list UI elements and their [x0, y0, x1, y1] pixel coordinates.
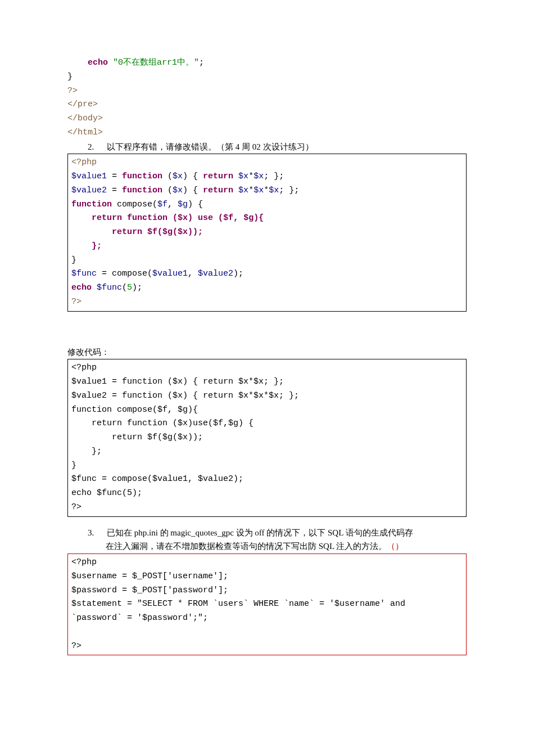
- html-tag: </pre>: [67, 100, 98, 109]
- code-line: $statement = "SELECT * FROM `users` WHER…: [71, 599, 405, 609]
- label-fixed-code: 修改代码：: [67, 345, 467, 359]
- code-line: return function ($x)use($f,$g) {: [71, 418, 254, 428]
- php-close: ?>: [67, 86, 78, 96]
- code-line: function compose($f, $g) {: [71, 200, 203, 209]
- code-line: }: [71, 255, 76, 265]
- html-tag: </html>: [67, 128, 103, 137]
- code-line: echo $func(5);: [71, 283, 142, 292]
- string: "0不在数组arr1中。": [113, 58, 199, 68]
- code-line: $value2 = function ($x) { return $x*$x*$…: [71, 186, 299, 195]
- code-line: $password = $_POST['password'];: [71, 586, 228, 595]
- code-line: };: [71, 447, 102, 456]
- question-2: 2.以下程序有错，请修改错误。（第 4 周 02 次设计练习）: [67, 140, 467, 154]
- code-box-4: <?php $username = $_POST['username']; $p…: [67, 554, 467, 655]
- question-text: 以下程序有错，请修改错误。（第 4 周 02 次设计练习）: [107, 142, 314, 151]
- code-line: echo "0不在数组arr1中。";: [67, 58, 204, 68]
- code-line: echo $func(5);: [71, 488, 142, 498]
- code-line: return function ($x) use ($f, $g){: [71, 213, 264, 223]
- code-line: <?php: [71, 557, 97, 567]
- question-text-line2: 在注入漏洞，请在不增加数据检查等语句的情况下写出防 SQL 注入的方法。: [106, 542, 387, 551]
- code-line: return $f($g($x));: [71, 433, 203, 442]
- code-line: }: [67, 72, 73, 82]
- code-line: $value1 = function ($x) { return $x*$x; …: [71, 377, 284, 386]
- code-line: $func = compose($value1, $value2);: [71, 269, 243, 278]
- php-close: ?>: [71, 297, 82, 307]
- document-page: echo "0不在数组arr1中。"; } ?> </pre> </body> …: [0, 0, 534, 689]
- code-line: $func = compose($value1, $value2);: [71, 474, 243, 484]
- code-line: $username = $_POST['username'];: [71, 572, 228, 581]
- code-line: ?>: [71, 641, 82, 651]
- code-fragment-1: echo "0不在数组arr1中。"; } ?> </pre> </body> …: [67, 56, 467, 140]
- code-line: `password` = '$password';";: [71, 613, 208, 623]
- code-line: $value1 = function ($x) { return $x*$x; …: [71, 172, 284, 181]
- question-3-cont: 在注入漏洞，请在不增加数据检查等语句的情况下写出防 SQL 注入的方法。（）: [67, 539, 467, 554]
- code-line: ?>: [71, 502, 82, 512]
- html-tag: </body>: [67, 114, 103, 123]
- kw-echo: echo: [88, 58, 113, 68]
- code-line: function compose($f, $g){: [71, 405, 198, 415]
- code-box-3: <?php $value1 = function ($x) { return $…: [67, 359, 467, 516]
- code-line: }: [71, 461, 76, 470]
- php-open: <?php: [71, 158, 97, 167]
- question-text-line1: 已知在 php.ini 的 magic_quotes_gpc 设为 off 的情…: [107, 528, 413, 537]
- list-number: 3.: [88, 526, 107, 540]
- list-number: 2.: [88, 140, 107, 154]
- code-line: <?php: [71, 363, 97, 372]
- code-box-2: <?php $value1 = function ($x) { return $…: [67, 154, 467, 311]
- code-line: };: [71, 241, 102, 251]
- code-line: $value2 = function ($x) { return $x*$x*$…: [71, 391, 299, 400]
- red-paren: （）: [387, 542, 404, 551]
- code-line: return $f($g($x));: [71, 227, 203, 237]
- question-3: 3.已知在 php.ini 的 magic_quotes_gpc 设为 off …: [67, 526, 467, 540]
